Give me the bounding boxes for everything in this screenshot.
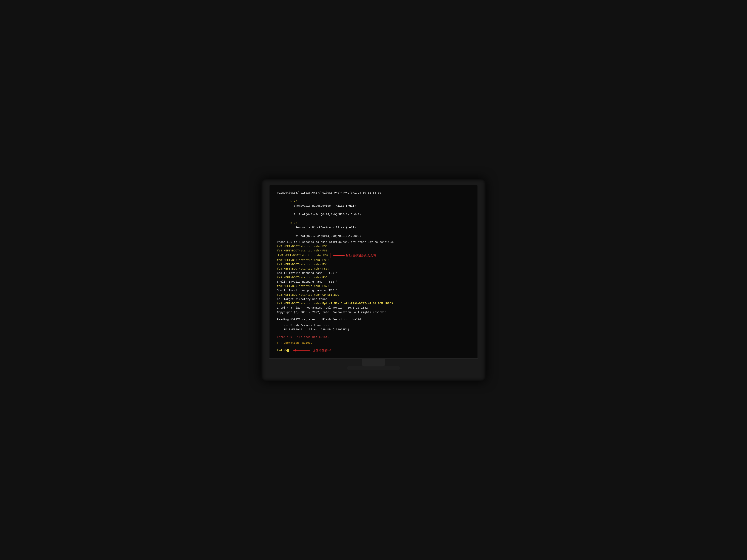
terminal-line-fs7: fs3:\EFI\BOOT\startup.nsh> FS7: xyxy=(277,284,470,288)
terminal-line-fs4: fs3:\EFI\BOOT\startup.nsh> FS4: xyxy=(277,263,470,267)
terminal-line-fs3: fs3:\EFI\BOOT\startup.nsh> FS3: xyxy=(277,258,470,263)
monitor-screen: PciRoot(0x0)/Pci(0x6,0x0)/Pci(0x0,0x0)/N… xyxy=(269,185,478,359)
terminal-line-flash-found: --- Flash Devices Found --- xyxy=(277,323,470,328)
annotation-text-fs3: fs3才是真正的U盘盘符 xyxy=(346,253,376,258)
spacer xyxy=(277,332,470,335)
arrow-svg xyxy=(292,348,311,352)
terminal-line-fpt-failed: FPT Operation Failed. xyxy=(277,341,470,345)
terminal-line: PciRoot(0x0)/Pci(0x14,0x0)/USB(0x15,0x0) xyxy=(277,212,470,217)
fs4-annotation: 现在停在的fs4 xyxy=(291,348,331,353)
terminal-line-copyright: Copyright (C) 2005 – 2022, Intel Corpora… xyxy=(277,310,470,315)
fs2-annotated-line: fs3:\EFI\BOOT\startup.nsh> FS2: fs3才是真正的… xyxy=(277,253,470,258)
fs3-annotation: fs3才是真正的U盘盘符 xyxy=(333,253,376,258)
terminal-cursor xyxy=(287,349,289,352)
spacer xyxy=(277,345,470,348)
terminal-line-cd-err: cd: Target directory not found xyxy=(277,297,470,301)
terminal-line-fs6: fs3:\EFI\BOOT\startup.nsh> FS6: xyxy=(277,275,470,280)
terminal-line-fs1: fs3:\EFI\BOOT\startup.nsh> FS1: xyxy=(277,249,470,253)
monitor-stand xyxy=(362,359,385,367)
terminal-line-intel: Intel (R) Flash Programming Tool Version… xyxy=(277,306,470,310)
terminal-line-invalid-fs5: Shell: Invalid mapping name – 'FS5:' xyxy=(277,271,470,275)
terminal-line: blk7 :Removable BlockDevice – Alias (nul… xyxy=(277,195,470,212)
monitor-outer: PciRoot(0x0)/Pci(0x6,0x0)/Pci(0x0,0x0)/N… xyxy=(261,179,486,381)
spacer xyxy=(277,315,470,318)
terminal-line-invalid-fs7: Shell: Invalid mapping name – 'FS7:' xyxy=(277,288,470,293)
annotation-text-fs4: 现在停在的fs4 xyxy=(312,348,331,353)
terminal-line-fs5: fs3:\EFI\BOOT\startup.nsh> FS5: xyxy=(277,267,470,271)
press-esc-line: Press ESC in 5 seconds to skip startup.n… xyxy=(277,240,470,244)
fs4-prompt-line: fs4:\> 现在停在的fs4 xyxy=(277,348,470,353)
terminal-line-hsfsts: Reading HSFSTS register... Flash Descrip… xyxy=(277,318,470,322)
terminal-line-fs0: fs3:\EFI\BOOT\startup.nsh> FS0: xyxy=(277,244,470,249)
spacer xyxy=(277,339,470,341)
svg-marker-1 xyxy=(293,349,295,351)
terminal-line-fpt: fs3:\EFI\BOOT\startup.nsh> Fpt -f MS-iCr… xyxy=(277,301,470,306)
monitor-base xyxy=(347,367,400,370)
terminal-line-error: Error 189: File does not exist. xyxy=(277,335,470,339)
terminal-line-cd: fs3:\EFI\BOOT\startup.nsh> CD EFI\BOOT xyxy=(277,293,470,297)
spacer xyxy=(277,239,470,240)
terminal-line: PciRoot(0x0)/Pci(0x6,0x0)/Pci(0x0,0x0)/N… xyxy=(277,191,470,195)
annotation-arrow-line xyxy=(333,256,344,256)
terminal-line-flash-id: ID:0xEF4018 Size: 16384KB (131072Kb) xyxy=(277,328,470,332)
terminal-line-invalid-fs6: Shell: Invalid mapping name – 'FS6:' xyxy=(277,280,470,284)
spacer xyxy=(277,322,470,323)
terminal-line: PciRoot(0x0)/Pci(0x14,0x0)/USB(0x17,0x0) xyxy=(277,234,470,238)
terminal-line: blk8 :Removable BlockDevice – Alias (nul… xyxy=(277,217,470,234)
terminal: PciRoot(0x0)/Pci(0x6,0x0)/Pci(0x0,0x0)/N… xyxy=(277,191,470,353)
